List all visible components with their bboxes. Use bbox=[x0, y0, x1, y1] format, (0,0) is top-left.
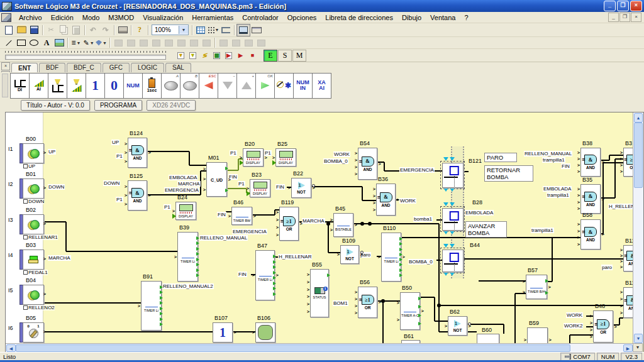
block-b46-timer[interactable]: TIMER BW>> bbox=[231, 207, 252, 225]
align-right-button[interactable] bbox=[125, 37, 137, 48]
mode-button-m[interactable]: M bbox=[292, 50, 306, 62]
vertical-scroll-thumb[interactable] bbox=[634, 123, 643, 188]
redo-button[interactable]: ↷ bbox=[99, 25, 112, 36]
mdi-restore-button[interactable]: ❐ bbox=[619, 13, 630, 22]
align-bottom-button[interactable] bbox=[150, 37, 162, 48]
tab-logic[interactable]: LOGIC bbox=[131, 63, 164, 72]
close-button[interactable]: × bbox=[630, 1, 642, 11]
block-b48-or[interactable]: ≡≥1OR>>>>> bbox=[593, 310, 613, 343]
snap-grid-button[interactable]: ▼ bbox=[207, 25, 219, 36]
block-b58-and[interactable]: ≡&AND>>>>> bbox=[580, 219, 601, 250]
menu-visualizaci-n[interactable]: Visualización bbox=[138, 13, 187, 22]
align-top-button[interactable] bbox=[137, 37, 150, 48]
block-b35-and[interactable]: ≡&AND>>>>> bbox=[580, 184, 601, 214]
transfer-button[interactable]: ▦ bbox=[211, 51, 222, 60]
block-b36-and[interactable]: ≡&AND>>>>> bbox=[376, 184, 396, 216]
input-block-i1[interactable] bbox=[23, 143, 44, 163]
block-b121-valve[interactable] bbox=[442, 163, 464, 188]
save-button[interactable] bbox=[28, 25, 40, 36]
tab-ent[interactable]: ENT bbox=[11, 63, 38, 72]
block-b54-and[interactable]: ≡&AND>>>>> bbox=[358, 148, 377, 180]
palette-block-num[interactable]: NUM bbox=[123, 73, 143, 99]
draw-line-button[interactable] bbox=[3, 37, 15, 48]
align-left-button[interactable] bbox=[112, 37, 125, 48]
write-to-module-button[interactable]: ▼ bbox=[175, 51, 186, 60]
block-b39-timer[interactable]: TIMER Li> bbox=[177, 232, 198, 282]
block-b62-not[interactable]: 1NOT>> bbox=[448, 316, 467, 336]
help-button[interactable]: ? bbox=[133, 25, 146, 36]
menu-edici-n[interactable]: Edición bbox=[47, 13, 78, 22]
slider-track[interactable] bbox=[5, 55, 166, 60]
run-button[interactable]: ▶ bbox=[223, 51, 234, 60]
palette-block-blink[interactable]: ✱ bbox=[274, 73, 294, 99]
block-b91-timer[interactable]: TIMER Li> bbox=[141, 281, 162, 331]
block-b109-not[interactable]: 1NOT>> bbox=[340, 245, 359, 264]
draw-rect-button[interactable] bbox=[15, 37, 28, 48]
input-block-i5[interactable] bbox=[23, 285, 44, 305]
print-button[interactable] bbox=[116, 25, 129, 36]
open-button[interactable] bbox=[15, 25, 28, 36]
horizontal-scrollbar[interactable]: ◀ ▶ bbox=[6, 343, 633, 353]
menu-opciones[interactable]: Opciones bbox=[283, 13, 321, 22]
block-m01-macro[interactable]: C_UD>>>> bbox=[206, 162, 227, 197]
pen-color-button[interactable]: ✎▼ bbox=[82, 37, 95, 48]
menu-archivo[interactable]: Archivo bbox=[14, 13, 47, 22]
block-b55-status[interactable]: STATUS>>>>>> bbox=[310, 269, 329, 317]
palette-drag-handle[interactable] bbox=[2, 74, 8, 97]
block-b124-and[interactable]: ≡&AND>>>> bbox=[128, 138, 147, 168]
menu-m3mod[interactable]: M3MOD bbox=[104, 13, 138, 22]
block-b107-one[interactable]: 1> bbox=[213, 322, 233, 343]
scroll-left-icon[interactable]: ◀ bbox=[6, 344, 16, 352]
step-button[interactable]: ▶ bbox=[235, 51, 246, 60]
palette-close-button[interactable]: × bbox=[1, 62, 10, 70]
cut-button[interactable]: ✂ bbox=[45, 25, 57, 36]
block-b56-or[interactable]: ≡≥1OR>>>>> bbox=[358, 287, 377, 318]
center-h-button[interactable] bbox=[162, 37, 175, 48]
minimize-button[interactable]: _ bbox=[604, 1, 616, 11]
center-v-button[interactable] bbox=[175, 37, 187, 48]
menu-modo[interactable]: Modo bbox=[78, 13, 104, 22]
show-grid-button[interactable] bbox=[194, 25, 207, 36]
dropdown-arrow-icon[interactable]: ▼ bbox=[77, 41, 81, 45]
read-from-module-button[interactable]: ▼ bbox=[187, 51, 198, 60]
palette-block-dif[interactable] bbox=[48, 73, 67, 99]
input-block-i2[interactable] bbox=[23, 178, 44, 199]
block-b110-timer[interactable]: TIMER Li>> bbox=[381, 233, 401, 282]
send-back-button[interactable] bbox=[230, 37, 242, 48]
block-b119-or[interactable]: ≡≥1OR>>>>> bbox=[279, 207, 299, 241]
supervision-button[interactable] bbox=[236, 24, 250, 36]
block-b50-timer[interactable]: TIMER A-C>>> bbox=[400, 292, 420, 330]
group-button[interactable] bbox=[242, 37, 255, 48]
palette-block-a[interactable]: A bbox=[161, 73, 180, 99]
menu-herramientas[interactable]: Herramientas bbox=[187, 13, 238, 22]
block-b44-valve[interactable] bbox=[442, 250, 464, 272]
scroll-right-icon[interactable]: ▶ bbox=[623, 344, 633, 352]
block-b45-bist[interactable]: BISTABLE>>> bbox=[333, 213, 353, 237]
scroll-down-icon[interactable]: ▼ bbox=[634, 334, 643, 343]
block-b57-timer[interactable]: TIMER B/H>>> bbox=[526, 275, 547, 299]
space-v-button[interactable] bbox=[200, 37, 213, 48]
new-button[interactable] bbox=[3, 25, 15, 36]
copy-button[interactable] bbox=[57, 25, 70, 36]
insert-image-button[interactable] bbox=[53, 37, 65, 48]
palette-block-ai[interactable]: AI bbox=[29, 73, 48, 99]
mdi-close-button[interactable]: × bbox=[631, 13, 641, 22]
palette-block-1[interactable]: 1 bbox=[86, 73, 105, 99]
tab-sal[interactable]: SAL bbox=[165, 63, 191, 72]
front-panel-button[interactable] bbox=[250, 25, 263, 36]
menu-libreta-de-direcciones[interactable]: Libreta de direcciones bbox=[321, 13, 397, 22]
mdi-minimize-button[interactable]: _ bbox=[608, 13, 619, 22]
palette-block-−[interactable]: − bbox=[218, 73, 237, 99]
block-b28-valve[interactable] bbox=[442, 208, 464, 231]
block-b24-display[interactable]: DISPLAY> bbox=[175, 202, 196, 220]
input-block-i4[interactable] bbox=[23, 250, 44, 270]
property-button-xd26-24vdc[interactable]: XD26 24VDC bbox=[147, 100, 196, 111]
zoom-dropdown-arrow-icon[interactable]: ▼ bbox=[179, 26, 188, 34]
palette-block-ok[interactable]: OK bbox=[255, 73, 275, 99]
menu--[interactable]: ? bbox=[460, 13, 472, 22]
bring-front-button[interactable] bbox=[217, 37, 230, 48]
line-width-button[interactable]: ≡▼ bbox=[70, 37, 82, 48]
input-block-i3[interactable] bbox=[23, 214, 44, 234]
horizontal-scroll-thumb[interactable] bbox=[16, 344, 570, 352]
draw-text-button[interactable]: A bbox=[40, 37, 53, 48]
